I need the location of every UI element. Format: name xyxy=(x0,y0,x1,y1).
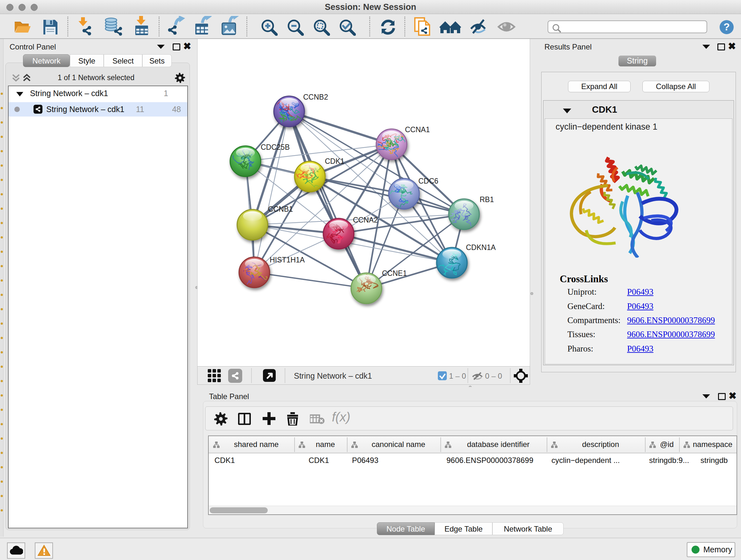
svg-text:?: ? xyxy=(724,21,730,33)
